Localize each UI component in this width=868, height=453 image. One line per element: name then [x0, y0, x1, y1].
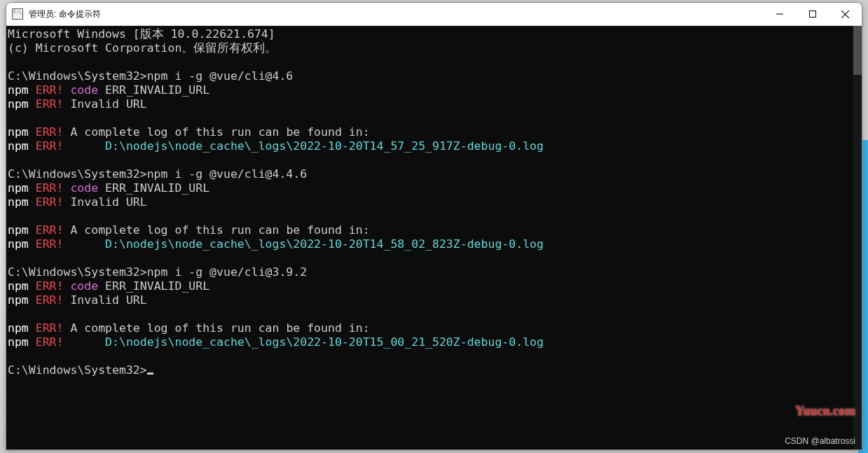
- cursor: [147, 372, 153, 375]
- cmd-icon: [12, 8, 23, 20]
- command-prompt-window: 管理员: 命令提示符 Microsoft Windows [版本 10.0.22…: [6, 2, 862, 450]
- window-controls: [763, 3, 862, 25]
- minimize-button[interactable]: [763, 3, 796, 25]
- maximize-button[interactable]: [796, 3, 829, 25]
- title-bar[interactable]: 管理员: 命令提示符: [6, 3, 862, 26]
- vertical-scrollbar[interactable]: [853, 26, 862, 449]
- svg-rect-1: [809, 11, 815, 18]
- close-button[interactable]: [829, 3, 862, 25]
- terminal-output: Microsoft Windows [版本 10.0.22621.674] (c…: [6, 26, 853, 377]
- scrollbar-thumb[interactable]: [853, 26, 862, 75]
- maximize-icon: [809, 11, 816, 18]
- window-title: 管理员: 命令提示符: [29, 8, 101, 20]
- terminal-area[interactable]: Microsoft Windows [版本 10.0.22621.674] (c…: [6, 26, 862, 449]
- close-icon: [841, 11, 849, 18]
- site-watermark: Yuucn.com: [795, 404, 855, 419]
- csdn-attribution: CSDN @albatrossi: [785, 436, 855, 446]
- minimize-icon: [776, 11, 783, 18]
